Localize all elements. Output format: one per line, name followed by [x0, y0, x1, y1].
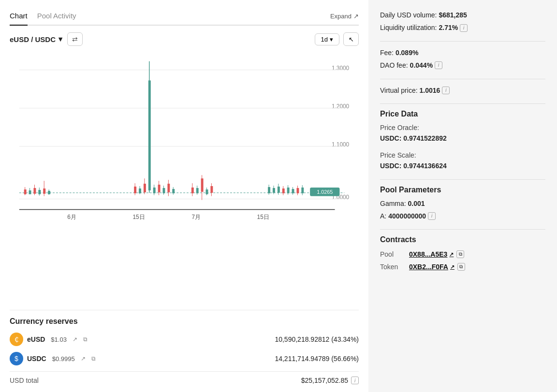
- token-contract-row: Token 0XB2...F0FA ↗ ⧉: [380, 261, 545, 273]
- liquidity-label: Liquidity utilization:: [380, 22, 437, 33]
- swap-button[interactable]: ⇄: [67, 32, 83, 46]
- timeframe-arrow: ▾: [330, 36, 333, 43]
- dao-fee-info-icon[interactable]: i: [435, 61, 442, 69]
- virtual-price-value: 1.0016: [420, 85, 440, 96]
- fee-label: Fee:: [380, 49, 394, 57]
- y-label-1100: 1.1000: [332, 141, 350, 148]
- eusd-name: eUSD: [27, 335, 45, 343]
- tabs-bar: Chart Pool Activity Expand ↗: [10, 8, 359, 26]
- svg-rect-4: [38, 190, 41, 194]
- chart-controls-right: 1d ▾ ↖: [315, 32, 359, 46]
- dao-fee-row: DAO fee: 0.044% i: [380, 60, 545, 71]
- timeframe-label: 1d: [321, 36, 328, 43]
- currency-reserves-section: Currency reserves ₵ eUSD $1.03 ↗ ⧉ 10,59…: [10, 310, 359, 384]
- a-info-icon[interactable]: i: [428, 212, 436, 220]
- liquidity-row: Liquidity utilization: 2.71% i: [380, 22, 545, 33]
- gamma-row: Gamma: 0.001: [380, 198, 545, 209]
- chart-controls: eUSD / USDC ▾ ⇄ 1d ▾ ↖: [10, 32, 359, 46]
- expand-button[interactable]: Expand ↗: [330, 13, 359, 20]
- virtual-price-row: Virtual price: 1.0016 i: [380, 85, 545, 96]
- divider-1: [380, 41, 545, 42]
- eusd-external-link[interactable]: ↗: [73, 336, 77, 343]
- price-data-title: Price Data: [380, 110, 545, 118]
- cursor-icon: ↖: [349, 36, 354, 43]
- oracle-label: Price Oracle:: [380, 122, 545, 133]
- pool-params-title: Pool Parameters: [380, 186, 545, 194]
- pool-copy-icon[interactable]: ⧉: [456, 250, 464, 258]
- pool-contract-label: Pool: [380, 248, 409, 261]
- liquidity-info-icon[interactable]: i: [460, 24, 468, 32]
- tab-pool-activity[interactable]: Pool Activity: [37, 8, 76, 26]
- liquidity-value: 2.71%: [439, 22, 458, 33]
- divider-3: [380, 103, 545, 104]
- pool-contract-cell: 0X88...A5E3 ↗ ⧉: [409, 248, 545, 261]
- reserve-row-eusd: ₵ eUSD $1.03 ↗ ⧉ 10,590,218.92812 (43.34…: [10, 333, 359, 346]
- pool-contract-row: Pool 0X88...A5E3 ↗ ⧉: [380, 248, 545, 261]
- oracle-value: USDC: 0.9741522892: [380, 133, 545, 144]
- y-label-1200: 1.2000: [332, 103, 350, 110]
- eusd-copy-icon[interactable]: ⧉: [83, 336, 88, 343]
- scale-value: USDC: 0.9744136624: [380, 160, 545, 171]
- usdc-amount: 14,211,714.94789 (56.66%): [275, 355, 359, 363]
- token-contract-cell: 0XB2...F0FA ↗ ⧉: [409, 261, 545, 273]
- usdc-icon: $: [10, 352, 23, 365]
- daily-volume-value: $681,285: [439, 11, 467, 19]
- usd-total-label: USD total: [10, 377, 39, 384]
- usdc-copy-icon[interactable]: ⧉: [91, 355, 96, 362]
- divider-5: [380, 229, 545, 230]
- eusd-amount: 10,590,218.92812 (43.34%): [275, 335, 359, 343]
- eusd-token-info: ₵ eUSD $1.03 ↗ ⧉: [10, 333, 116, 346]
- token-address: 0XB2...F0FA: [409, 263, 448, 271]
- price-badge-text: 1.0265: [317, 189, 333, 195]
- token-copy-icon[interactable]: ⧉: [457, 263, 465, 271]
- token-address-link[interactable]: 0XB2...F0FA ↗: [409, 263, 454, 271]
- divider-4: [380, 179, 545, 180]
- reserve-row-usdc: $ USDC $0.9995 ↗ ⧉ 14,211,714.94789 (56.…: [10, 352, 359, 365]
- gamma-label: Gamma:: [380, 200, 406, 207]
- dao-fee-value: 0.044%: [410, 60, 433, 71]
- pair-label: eUSD / USDC: [10, 35, 56, 44]
- cursor-button[interactable]: ↖: [343, 32, 359, 46]
- expand-icon: ↗: [353, 13, 359, 20]
- usd-total-value: $25,157,052.85 i: [301, 377, 359, 384]
- scale-row: Price Scale: USDC: 0.9744136624: [380, 150, 545, 172]
- usdc-price: $0.9995: [52, 355, 75, 363]
- token-external-icon: ↗: [450, 264, 454, 270]
- fee-value: 0.089%: [396, 49, 418, 57]
- a-row: A: 4000000000 i: [380, 211, 545, 221]
- x-label-15a: 15日: [132, 214, 145, 220]
- a-label: A:: [380, 211, 386, 221]
- usd-total-info-icon[interactable]: i: [351, 377, 359, 384]
- pool-external-icon: ↗: [449, 251, 454, 258]
- scale-label: Price Scale:: [380, 150, 545, 160]
- tab-chart[interactable]: Chart: [10, 8, 28, 26]
- pool-address: 0X88...A5E3: [409, 250, 447, 258]
- y-label-1300: 1.3000: [332, 65, 350, 72]
- eusd-icon: ₵: [10, 333, 23, 346]
- expand-label: Expand: [330, 13, 352, 20]
- pair-selector[interactable]: eUSD / USDC ▾: [10, 35, 62, 44]
- token-contract-label: Token: [380, 261, 409, 273]
- svg-rect-2: [33, 188, 36, 194]
- chart-area: 1.3000 1.2000 1.1000 1.0000: [10, 51, 359, 302]
- usdc-external-link[interactable]: ↗: [81, 355, 86, 362]
- chart-svg: 1.3000 1.2000 1.1000 1.0000: [10, 51, 359, 234]
- dao-fee-label: DAO fee:: [380, 60, 408, 71]
- gamma-value: 0.001: [408, 200, 425, 207]
- daily-volume-row: Daily USD volume: $681,285: [380, 10, 545, 20]
- usdc-token-info: $ USDC $0.9995 ↗ ⧉: [10, 352, 116, 365]
- fee-row: Fee: 0.089%: [380, 47, 545, 58]
- virtual-price-label: Virtual price:: [380, 85, 418, 96]
- virtual-price-info-icon[interactable]: i: [442, 87, 450, 94]
- contracts-title: Contracts: [380, 235, 545, 244]
- right-panel: Daily USD volume: $681,285 Liquidity uti…: [368, 0, 557, 392]
- usdc-name: USDC: [27, 355, 46, 363]
- x-label-6: 6月: [67, 214, 76, 220]
- eusd-price: $1.03: [51, 336, 67, 343]
- pair-dropdown-arrow: ▾: [59, 35, 62, 44]
- left-panel: Chart Pool Activity Expand ↗ eUSD / USDC…: [0, 0, 368, 392]
- contracts-table: Pool 0X88...A5E3 ↗ ⧉ Token 0XB2...F0FA ↗: [380, 248, 545, 273]
- x-label-7: 7月: [191, 214, 201, 220]
- timeframe-button[interactable]: 1d ▾: [315, 33, 339, 45]
- pool-address-link[interactable]: 0X88...A5E3 ↗: [409, 250, 454, 258]
